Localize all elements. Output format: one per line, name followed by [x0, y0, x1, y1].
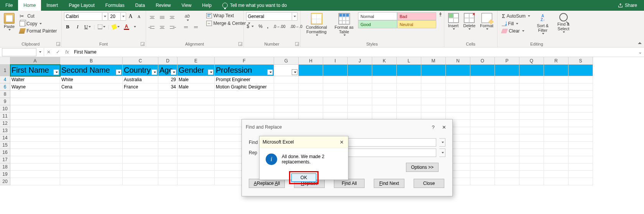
cell[interactable]: Prompt Engineer	[215, 76, 274, 83]
insert-cells-button[interactable]: Insert	[447, 12, 460, 30]
cell[interactable]: Country	[123, 65, 158, 76]
cell[interactable]	[544, 149, 568, 156]
cell[interactable]	[158, 142, 177, 149]
cell[interactable]	[421, 83, 446, 91]
cell[interactable]	[158, 91, 177, 98]
decrease-font-size[interactable]: A	[135, 13, 143, 20]
close-button[interactable]: Close	[414, 179, 444, 188]
cell[interactable]	[158, 113, 177, 120]
align-center[interactable]	[158, 24, 166, 31]
cell[interactable]	[60, 98, 123, 105]
cell[interactable]	[568, 156, 593, 163]
row-header[interactable]: 18	[0, 163, 10, 171]
comma-format[interactable]: ,	[266, 23, 269, 30]
cell[interactable]	[10, 120, 60, 127]
cell[interactable]	[348, 76, 372, 83]
cell[interactable]	[177, 113, 215, 120]
cell[interactable]	[544, 120, 568, 127]
cell[interactable]: Male	[177, 76, 215, 83]
autosum-button[interactable]: ΣAutoSum	[500, 12, 532, 20]
cell[interactable]	[123, 127, 158, 134]
cell[interactable]	[372, 83, 397, 91]
cell[interactable]	[123, 149, 158, 156]
row-header[interactable]: 6	[0, 83, 10, 91]
cell[interactable]	[323, 98, 348, 105]
row-header[interactable]: 15	[0, 142, 10, 149]
cell[interactable]: Motion Graphic Designer	[215, 83, 274, 91]
column-header-D[interactable]: D	[158, 57, 177, 65]
tab-view[interactable]: View	[176, 0, 197, 11]
cell[interactable]	[215, 98, 274, 105]
cell[interactable]	[421, 65, 446, 76]
format-as-table-button[interactable]: Format as Table	[332, 12, 356, 36]
cell[interactable]: Australia	[123, 76, 158, 83]
cell[interactable]	[568, 163, 593, 171]
cell[interactable]	[421, 98, 446, 105]
tab-data[interactable]: Data	[130, 0, 150, 11]
column-header-C[interactable]: C	[123, 57, 158, 65]
cell[interactable]	[519, 83, 544, 91]
cell[interactable]	[60, 142, 123, 149]
cell[interactable]	[544, 65, 568, 76]
cell[interactable]	[495, 149, 519, 156]
cell[interactable]	[299, 91, 323, 98]
row-header[interactable]: 1	[0, 65, 10, 76]
cell[interactable]	[495, 83, 519, 91]
cell[interactable]	[123, 113, 158, 120]
tell-me-search[interactable]: Tell me what you want to do	[217, 0, 292, 11]
cell[interactable]	[10, 134, 60, 142]
cell[interactable]: Second Name	[60, 65, 123, 76]
cell[interactable]	[372, 76, 397, 83]
cell[interactable]	[177, 91, 215, 98]
column-header-P[interactable]: P	[495, 57, 519, 65]
cell[interactable]	[299, 98, 323, 105]
tab-home[interactable]: Home	[18, 0, 41, 11]
cell[interactable]	[60, 113, 123, 120]
cell[interactable]	[544, 178, 568, 185]
tab-review[interactable]: Review	[150, 0, 176, 11]
sort-filter-button[interactable]: AZ↓Sort & Filter	[534, 12, 552, 34]
cell[interactable]	[10, 105, 60, 113]
cell[interactable]	[519, 105, 544, 113]
column-header-H[interactable]: H	[299, 57, 323, 65]
cell[interactable]	[158, 134, 177, 142]
column-header-B[interactable]: B	[60, 57, 123, 65]
ok-button[interactable]: OK	[291, 173, 316, 182]
collapse-ribbon-button[interactable]	[637, 40, 642, 46]
cell[interactable]	[470, 149, 495, 156]
cell[interactable]	[495, 76, 519, 83]
borders-button[interactable]	[97, 23, 106, 31]
cell[interactable]	[177, 171, 215, 178]
cell[interactable]	[348, 98, 372, 105]
cell[interactable]	[123, 178, 158, 185]
name-box-dropdown[interactable]	[39, 51, 41, 53]
cell[interactable]: 34	[158, 83, 177, 91]
cell[interactable]	[372, 65, 397, 76]
cell[interactable]	[519, 134, 544, 142]
row-header[interactable]: 20	[0, 178, 10, 185]
increase-font-size[interactable]: A	[127, 13, 135, 20]
share-button[interactable]: Share	[611, 3, 644, 8]
cell[interactable]	[544, 171, 568, 178]
cell[interactable]	[348, 105, 372, 113]
cell[interactable]	[495, 134, 519, 142]
cell[interactable]	[10, 178, 60, 185]
cell[interactable]	[177, 105, 215, 113]
cell[interactable]	[446, 98, 470, 105]
cell[interactable]	[177, 98, 215, 105]
cell[interactable]: White	[60, 76, 123, 83]
cell[interactable]	[421, 76, 446, 83]
cell[interactable]	[274, 98, 299, 105]
find-select-button[interactable]: Find & Select	[554, 12, 573, 33]
number-format-combo[interactable]	[246, 12, 297, 21]
font-size-input[interactable]	[108, 12, 121, 21]
column-header-A[interactable]: A	[10, 57, 60, 65]
cell[interactable]	[519, 113, 544, 120]
cell[interactable]	[470, 65, 495, 76]
cell[interactable]	[568, 134, 593, 142]
cell[interactable]	[568, 98, 593, 105]
column-header-N[interactable]: N	[446, 57, 470, 65]
cell[interactable]	[495, 91, 519, 98]
column-header-R[interactable]: R	[544, 57, 568, 65]
fill-button[interactable]: Fill	[500, 20, 532, 27]
